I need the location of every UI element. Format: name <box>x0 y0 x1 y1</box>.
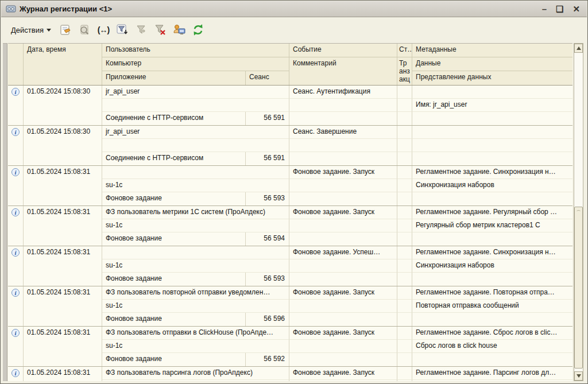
header-transaction[interactable]: Тр анз акц <box>397 57 412 85</box>
data-presentation-cell <box>412 152 572 165</box>
header-session[interactable]: Сеанс <box>246 71 289 85</box>
set-interval-button[interactable]: (↔) <box>96 23 110 37</box>
vertical-scrollbar[interactable] <box>574 43 583 381</box>
data-cell: Имя: jr_api_user <box>412 99 572 112</box>
minimize-button[interactable]: – <box>542 5 547 13</box>
application-cell: Фоновое задание <box>102 273 246 286</box>
row-marker-cell: i <box>8 166 24 205</box>
header-computer[interactable]: Компьютер <box>102 57 289 71</box>
info-icon: i <box>11 249 20 257</box>
log-entry-row[interactable]: i 01.05.2024 15:08:31 ФЗ пользователь от… <box>8 327 572 367</box>
event-cell: Фоновое задание. Запуск <box>289 286 397 300</box>
comment-cell-extra <box>289 273 397 286</box>
session-cell: 56 592 <box>246 353 289 366</box>
header-user[interactable]: Пользователь <box>102 44 289 57</box>
info-icon: i <box>11 128 20 136</box>
comment-cell <box>289 139 397 152</box>
data-presentation-cell <box>412 313 572 326</box>
row-marker-cell: i <box>8 126 24 165</box>
metadata-cell <box>412 86 572 99</box>
dropdown-arrow-icon <box>47 29 51 32</box>
interval-icon: (↔) <box>98 25 109 34</box>
computer-cell: su-1c <box>102 219 289 232</box>
clear-filter-button[interactable] <box>153 23 167 37</box>
scroll-up-button[interactable] <box>574 44 583 53</box>
event-cell: Фоновое задание. Успеш… <box>289 246 397 259</box>
header-data[interactable]: Данные <box>412 57 572 71</box>
status-cell <box>397 126 412 139</box>
header-corner-cell <box>8 44 24 85</box>
log-entry-row[interactable]: i 01.05.2024 15:08:31 ФЗ пользователь ме… <box>8 206 572 246</box>
status-cell <box>397 166 412 179</box>
session-cell: 56 596 <box>246 313 289 326</box>
header-event[interactable]: Событие <box>289 44 397 57</box>
filter-by-value-button[interactable] <box>134 23 148 37</box>
header-date-time[interactable]: Дата, время <box>24 44 102 85</box>
open-event-card-button[interactable] <box>59 23 72 37</box>
header-comment[interactable]: Комментарий <box>289 57 397 85</box>
comment-cell <box>289 219 397 232</box>
metadata-cell: Регламентное задание. Синхронизация н… <box>412 246 572 259</box>
log-entry-row[interactable]: i 01.05.2024 15:08:31 ФЗ пользователь па… <box>8 367 572 381</box>
log-entry-row[interactable]: i 01.05.2024 15:08:30 jr_api_user Соедин… <box>8 86 572 126</box>
filter-icon <box>116 24 129 36</box>
data-cell: Повторная отправка сообщений <box>412 300 572 313</box>
user-cell: jr_api_user <box>102 86 289 99</box>
row-marker-cell: i <box>8 327 24 366</box>
computer-cell <box>102 99 289 112</box>
table-viewport: Дата, время Пользователь Компьютер Прило… <box>8 43 572 381</box>
log-entry-row[interactable]: i 01.05.2024 15:08:30 jr_api_user Соедин… <box>8 126 572 166</box>
computer-cell: su-1c <box>102 380 289 381</box>
actions-menu-button[interactable]: Действия <box>9 24 53 36</box>
transaction-cell <box>397 179 412 192</box>
header-application[interactable]: Приложение <box>102 71 246 85</box>
arrow-down-icon <box>577 374 581 378</box>
status-cell <box>397 206 412 219</box>
scroll-down-button[interactable] <box>574 371 583 381</box>
info-icon: i <box>11 168 20 176</box>
title-bar[interactable]: Журнал регистрации <1> – ❑ ✕ <box>1 1 587 17</box>
metadata-cell: Регламентное задание. Парсинг логов дл… <box>412 367 572 380</box>
close-button[interactable]: ✕ <box>572 5 580 13</box>
session-cell: 56 591 <box>246 112 289 125</box>
refresh-button[interactable] <box>191 23 205 37</box>
event-cell: Сеанс. Завершение <box>289 126 397 139</box>
data-presentation-cell <box>412 192 572 205</box>
data-cell: Сброс логов в click house <box>412 340 572 353</box>
arrow-up-icon <box>577 46 581 50</box>
comment-cell-extra <box>289 152 397 165</box>
sessions-filter-button[interactable] <box>172 23 186 37</box>
search-icon <box>78 24 91 36</box>
set-filter-button[interactable] <box>115 23 129 37</box>
info-icon: i <box>11 208 20 216</box>
user-cell: ФЗ пользователь парсинга логов (ПроАпдек… <box>102 367 289 380</box>
scrollbar-thumb[interactable] <box>574 207 583 369</box>
user-cell: ФЗ пользователь отправки в ClickHouse (П… <box>102 327 289 340</box>
comment-cell <box>289 179 397 192</box>
transaction-cell-extra <box>397 112 412 125</box>
header-data-presentation[interactable]: Представление данных <box>412 71 572 85</box>
maximize-button[interactable]: ❑ <box>556 5 563 13</box>
window-title: Журнал регистрации <1> <box>20 5 539 13</box>
header-metadata[interactable]: Метаданные <box>412 44 572 57</box>
transaction-cell-extra <box>397 192 412 205</box>
log-entry-row[interactable]: i 01.05.2024 15:08:31 su-1c Фоновое зада… <box>8 166 572 206</box>
transaction-cell <box>397 139 412 152</box>
journal-icon <box>6 5 16 13</box>
application-cell: Соединение с HTTP-сервисом <box>102 152 246 165</box>
row-marker-cell: i <box>8 367 24 381</box>
transaction-cell <box>397 259 412 273</box>
metadata-cell: Регламентное задание. Повторная отпра… <box>412 286 572 300</box>
date-time-cell: 01.05.2024 15:08:31 <box>24 286 102 326</box>
row-marker-cell: i <box>8 286 24 326</box>
header-status[interactable]: Ст… <box>397 44 412 57</box>
find-button[interactable] <box>78 23 91 37</box>
transaction-cell <box>397 99 412 112</box>
computer-cell: su-1c <box>102 340 289 353</box>
date-time-cell: 01.05.2024 15:08:31 <box>24 246 102 286</box>
toolbar: Действия (↔) <box>3 18 585 42</box>
log-entry-row[interactable]: i 01.05.2024 15:08:31 su-1c Фоновое зада… <box>8 246 572 286</box>
journal-table: Дата, время Пользователь Компьютер Прило… <box>3 43 586 381</box>
log-entry-row[interactable]: i 01.05.2024 15:08:31 ФЗ пользователь по… <box>8 286 572 327</box>
event-cell: Фоновое задание. Запуск <box>289 367 397 380</box>
